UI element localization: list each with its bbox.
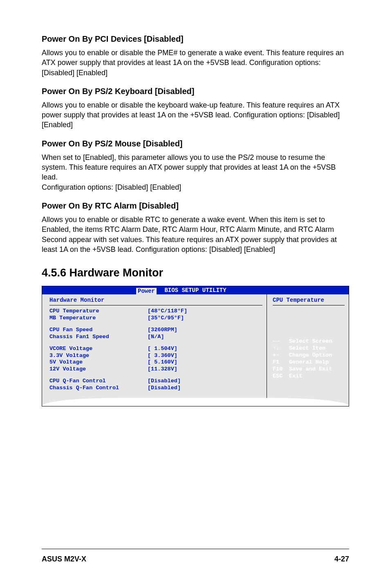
bios-left-title: Hardware Monitor <box>49 297 262 305</box>
body-ps2mouse: When set to [Enabled], this parameter al… <box>42 153 349 192</box>
bios-bottom-curve <box>42 398 349 406</box>
bios-help-block: ←→ Select Screen ↑↓ Select Item +- Chang… <box>273 338 345 379</box>
bios-help-row: F10 Save and Exit <box>273 366 345 373</box>
bios-row: 12V Voltage [11.328V] <box>49 366 262 373</box>
bios-row-label: 5V Voltage <box>49 359 148 366</box>
bios-right-panel: CPU Temperature ←→ Select Screen ↑↓ Sele… <box>267 294 349 398</box>
bios-row-value: [Disabled] <box>148 378 262 385</box>
bios-row-value: [ 5.160V] <box>148 359 262 366</box>
bios-row-label: CPU Temperature <box>49 308 148 315</box>
bios-row-value: [48°C/118°F] <box>148 308 262 315</box>
bios-row-label: MB Temperature <box>49 315 148 322</box>
heading-pci: Power On By PCI Devices [Disabled] <box>42 34 349 44</box>
bios-help-row: ESC Exit <box>273 373 345 380</box>
bios-row-label: 12V Voltage <box>49 366 148 373</box>
body-ps2kb: Allows you to enable or disable the keyb… <box>42 100 349 130</box>
bios-help-key: ←→ <box>273 338 289 345</box>
bios-tab: Power <box>136 288 157 294</box>
bios-title: BIOS SETUP UTILITY <box>164 287 226 294</box>
bios-row-value: [N/A] <box>148 334 262 341</box>
bios-row-value: [3260RPM] <box>148 327 262 334</box>
bios-row: 3.3V Voltage [ 3.360V] <box>49 352 262 359</box>
bios-help-key: ESC <box>273 373 289 380</box>
bios-help-row: ↑↓ Select Item <box>273 345 345 352</box>
bios-row-value: [Disabled] <box>148 385 262 392</box>
bios-row-value: [11.328V] <box>148 366 262 373</box>
bios-help-label: Exit <box>289 373 302 380</box>
body-rtc: Allows you to enable or disable RTC to g… <box>42 215 349 254</box>
bios-row-label: Chassis Q-Fan Control <box>49 385 148 392</box>
bios-title-bar: BIOS SETUP UTILITY Power <box>42 286 349 294</box>
bios-row-value: [ 3.360V] <box>148 352 262 359</box>
bios-help-key: +- <box>273 352 289 359</box>
bios-row-label: CPU Q-Fan Control <box>49 378 148 385</box>
bios-right-title: CPU Temperature <box>273 297 345 305</box>
page-footer: ASUS M2V-X 4-27 <box>42 549 349 563</box>
footer-right: 4-27 <box>334 555 349 563</box>
bios-row: Chassis Q-Fan Control [Disabled] <box>49 385 262 392</box>
bios-help-label: General Help <box>289 359 329 366</box>
bios-row: CPU Temperature [48°C/118°F] <box>49 308 262 315</box>
bios-row-label: 3.3V Voltage <box>49 352 148 359</box>
bios-row: 5V Voltage [ 5.160V] <box>49 359 262 366</box>
bios-row-label: VCORE Voltage <box>49 346 148 352</box>
bios-screenshot: BIOS SETUP UTILITY Power Hardware Monito… <box>42 286 349 406</box>
bios-row: MB Temperature [35°C/95°F] <box>49 315 262 322</box>
bios-row: Chassis Fan1 Speed [N/A] <box>49 334 262 341</box>
heading-rtc: Power On By RTC Alarm [Disabled] <box>42 201 349 211</box>
body-pci: Allows you to enable or disable the PME#… <box>42 48 349 78</box>
bios-row-value: [ 1.504V] <box>148 346 262 352</box>
heading-ps2kb: Power On By PS/2 Keyboard [Disabled] <box>42 87 349 96</box>
bios-row-value: [35°C/95°F] <box>148 315 262 322</box>
bios-help-row: +- Change Option <box>273 352 345 359</box>
bios-row: VCORE Voltage [ 1.504V] <box>49 346 262 352</box>
bios-help-row: F1 General Help <box>273 359 345 366</box>
bios-help-key: F1 <box>273 359 289 366</box>
bios-help-key: F10 <box>273 366 289 373</box>
bios-row-label: Chassis Fan1 Speed <box>49 334 148 341</box>
bios-row-label: CPU Fan Speed <box>49 327 148 334</box>
bios-help-row: ←→ Select Screen <box>273 338 345 345</box>
bios-help-label: Select Item <box>289 345 325 352</box>
bios-help-label: Select Screen <box>289 338 332 345</box>
heading-ps2mouse: Power On By PS/2 Mouse [Disabled] <box>42 139 349 148</box>
footer-left: ASUS M2V-X <box>42 555 86 563</box>
subsection-title: 4.5.6 Hardware Monitor <box>42 267 349 279</box>
bios-row: CPU Fan Speed [3260RPM] <box>49 327 262 334</box>
bios-help-key: ↑↓ <box>273 345 289 352</box>
bios-left-panel: Hardware Monitor CPU Temperature [48°C/1… <box>42 294 267 398</box>
bios-help-label: Change Option <box>289 352 332 359</box>
bios-row: CPU Q-Fan Control [Disabled] <box>49 378 262 385</box>
bios-help-label: Save and Exit <box>289 366 332 373</box>
